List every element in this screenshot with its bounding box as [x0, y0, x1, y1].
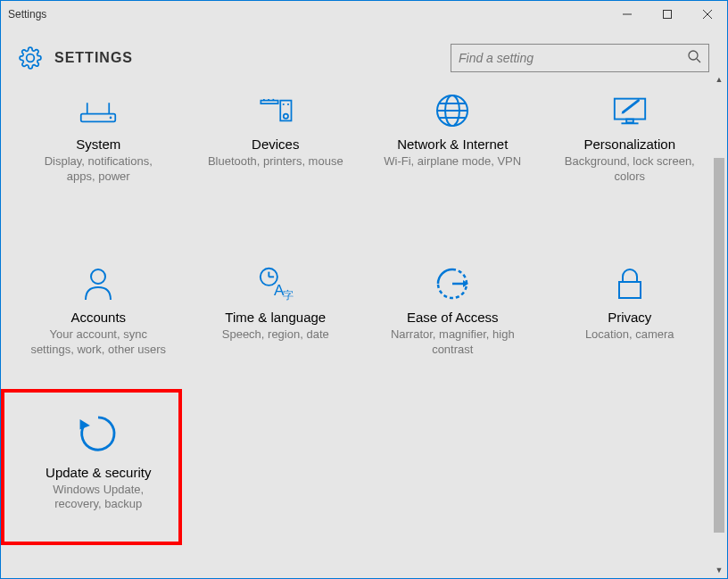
- tile-desc: Bluetooth, printers, mouse: [208, 154, 343, 170]
- svg-point-17: [284, 114, 288, 119]
- devices-icon: [257, 92, 294, 129]
- svg-rect-23: [615, 99, 645, 120]
- accounts-icon: [79, 265, 117, 302]
- svg-point-16: [287, 103, 289, 105]
- tile-title: Accounts: [70, 310, 126, 325]
- content-area: System Display, notifications, apps, pow…: [1, 83, 727, 578]
- svg-rect-24: [626, 120, 633, 123]
- scroll-up-icon[interactable]: ▲: [712, 72, 726, 87]
- tile-desc: Display, notifications, apps, power: [29, 154, 168, 185]
- tile-desc: Speech, region, date: [222, 327, 329, 343]
- search-input[interactable]: [459, 51, 687, 65]
- tile-title: System: [76, 136, 120, 152]
- system-icon: [79, 92, 117, 129]
- svg-text:字: 字: [282, 289, 293, 302]
- tile-title: Personalization: [583, 136, 675, 152]
- tile-desc: Narrator, magnifier, high contrast: [384, 327, 522, 358]
- tile-desc: Wi-Fi, airplane mode, VPN: [384, 154, 521, 170]
- scrollbar[interactable]: ▲ ▼: [712, 72, 726, 577]
- scrollbar-track[interactable]: [712, 87, 726, 563]
- gear-icon: [19, 46, 42, 70]
- tile-privacy[interactable]: Privacy Location, camera: [542, 216, 719, 389]
- scroll-down-icon[interactable]: ▼: [712, 563, 726, 577]
- tile-desc: Location, camera: [585, 327, 674, 343]
- svg-rect-35: [619, 282, 641, 298]
- svg-marker-36: [80, 419, 90, 429]
- close-button[interactable]: [687, 1, 727, 28]
- tile-devices[interactable]: Devices Bluetooth, printers, mouse: [187, 83, 365, 216]
- svg-rect-1: [663, 11, 671, 19]
- svg-point-15: [282, 103, 284, 105]
- tiles-grid: System Display, notifications, apps, pow…: [10, 83, 718, 543]
- tile-title: Update & security: [46, 465, 151, 480]
- settings-window: Settings SETTINGS: [0, 0, 728, 579]
- tile-ease[interactable]: Ease of Access Narrator, magnifier, high…: [364, 216, 542, 389]
- svg-point-27: [91, 269, 105, 284]
- svg-point-4: [689, 51, 698, 60]
- network-icon: [434, 92, 471, 129]
- minimize-icon: [623, 10, 632, 19]
- time-icon: A字: [257, 265, 294, 302]
- search-box[interactable]: [451, 44, 709, 72]
- svg-line-5: [697, 59, 700, 62]
- scrollbar-thumb[interactable]: [714, 158, 724, 533]
- close-icon: [703, 10, 712, 19]
- update-icon: [76, 411, 120, 456]
- page-title: SETTINGS: [54, 50, 133, 66]
- tile-network[interactable]: Network & Internet Wi-Fi, airplane mode,…: [364, 83, 542, 216]
- svg-line-26: [623, 101, 638, 112]
- tile-personalization[interactable]: Personalization Background, lock screen,…: [542, 83, 719, 216]
- maximize-icon: [663, 10, 672, 19]
- maximize-button[interactable]: [647, 1, 687, 28]
- search-icon[interactable]: [687, 49, 701, 67]
- tile-title: Devices: [252, 136, 299, 152]
- tile-accounts[interactable]: Accounts Your account, sync settings, wo…: [10, 216, 187, 389]
- svg-rect-10: [261, 101, 277, 104]
- tile-desc: Background, lock screen, colors: [560, 154, 699, 185]
- tile-title: Network & Internet: [397, 136, 508, 152]
- window-controls: [607, 1, 727, 28]
- tile-update[interactable]: Update & security Windows Update, recove…: [10, 389, 187, 544]
- privacy-icon: [611, 265, 649, 302]
- tile-desc: Windows Update, recovery, backup: [29, 483, 168, 513]
- titlebar: Settings: [1, 1, 727, 28]
- tile-title: Time & language: [225, 310, 326, 325]
- svg-point-9: [110, 117, 112, 120]
- ease-icon: [434, 265, 471, 302]
- header-left: SETTINGS: [19, 46, 133, 70]
- personalization-icon: [611, 92, 649, 129]
- tile-title: Ease of Access: [407, 310, 499, 325]
- minimize-button[interactable]: [607, 1, 647, 28]
- tile-desc: Your account, sync settings, work, other…: [29, 327, 168, 358]
- tile-system[interactable]: System Display, notifications, apps, pow…: [10, 83, 187, 216]
- window-title: Settings: [8, 8, 46, 21]
- tile-time[interactable]: A字 Time & language Speech, region, date: [187, 216, 365, 389]
- header: SETTINGS: [1, 28, 727, 83]
- tile-title: Privacy: [608, 310, 651, 325]
